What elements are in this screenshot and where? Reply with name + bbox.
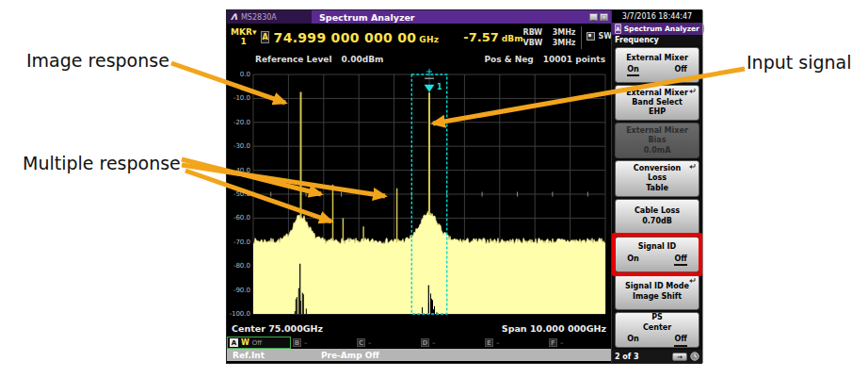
- on-option[interactable]: On: [627, 335, 639, 346]
- trace-tab-d[interactable]: D–: [419, 337, 483, 349]
- menu-jump-icon[interactable]: [702, 25, 704, 33]
- center-frequency: Center 75.000GHz: [232, 323, 323, 334]
- trace-state: Off: [252, 339, 262, 347]
- on-off-toggle: OnOff: [627, 255, 686, 266]
- trace-state: –: [432, 339, 436, 347]
- trace-letter: A: [230, 338, 238, 347]
- trace-letter: D: [421, 338, 429, 347]
- y-axis-label: -10.0: [227, 94, 250, 102]
- softkey-sidebar: 3/7/2016 18:44:47 A Spectrum Analyzer Fr…: [611, 10, 703, 363]
- menu-pager: 2 of 3 →: [612, 350, 702, 363]
- chevron-down-icon: ▾: [252, 27, 257, 37]
- trace-tab-b[interactable]: B–: [291, 337, 355, 349]
- function-header: A Spectrum Analyzer: [612, 23, 702, 35]
- on-option[interactable]: On: [627, 65, 639, 76]
- page-next-icon[interactable]: →: [672, 353, 687, 361]
- trace-tabs: AWOffB–C–D–E–F–: [227, 337, 611, 349]
- trace-state: –: [304, 339, 308, 347]
- off-option[interactable]: Off: [674, 255, 686, 266]
- marker-number: 1: [241, 38, 247, 47]
- y-axis-label: -60.0: [227, 214, 250, 222]
- y-axis-label: 0.0: [227, 71, 250, 78]
- on-off-toggle: OnOff: [627, 335, 686, 346]
- softkey-ps-center[interactable]: PSCenterOnOff: [615, 312, 699, 348]
- marker-triangle-icon: [425, 85, 435, 92]
- softkey-external-mixer-bias: External MixerBias0.0mA: [615, 123, 699, 158]
- trace-tab-f[interactable]: F–: [547, 337, 611, 349]
- function-title: Spectrum Analyzer: [624, 25, 699, 33]
- marker-level: -7.57dBm: [463, 30, 522, 44]
- y-axis-label: -30.0: [227, 142, 250, 150]
- bandwidth-block: RBW3MHz VBW3MHz: [523, 28, 576, 47]
- marker-frequency: 74.999 000 000 00GHz: [274, 30, 440, 45]
- y-axis-label: -100.0: [227, 310, 250, 318]
- window-title: Spectrum Analyzer: [312, 10, 587, 24]
- trace-letter: C: [357, 338, 365, 347]
- softkey-signal-id-mode[interactable]: Signal ID ModeImage Shift: [615, 274, 699, 310]
- softkey-cable-loss[interactable]: Cable Loss0.70dB: [615, 199, 699, 235]
- span-value: Span 10.000 000GHz: [502, 323, 606, 334]
- off-option[interactable]: Off: [674, 65, 686, 76]
- annotation-multiple-response: Multiple response: [23, 153, 181, 173]
- vendor-logo: Λ MS2830A: [227, 10, 312, 24]
- minimize-icon[interactable]: _: [589, 13, 598, 21]
- reference-level-value: 0.00dBm: [341, 55, 383, 64]
- screenshot-stage: Image response Multiple response Input s…: [0, 0, 868, 378]
- y-axis-label: -20.0: [227, 119, 250, 126]
- reference-source: Ref.Int: [233, 351, 265, 360]
- trace-mode: W: [241, 338, 249, 347]
- off-option[interactable]: Off: [674, 335, 686, 346]
- on-option[interactable]: On: [627, 255, 639, 266]
- submenu-arrow-icon: [688, 88, 696, 95]
- model-label: MS2830A: [241, 13, 277, 22]
- softkey-signal-id[interactable]: Signal IDOnOff: [615, 237, 699, 272]
- preamp-status: Pre-Amp Off: [321, 351, 379, 360]
- y-axis-label: -90.0: [227, 287, 250, 294]
- trace-tab-e[interactable]: E–: [483, 337, 547, 349]
- maximize-icon[interactable]: □: [600, 13, 608, 21]
- trace-badge: A: [261, 31, 268, 43]
- trace-tab-c[interactable]: C–: [355, 337, 419, 349]
- submenu-arrow-icon: [688, 277, 696, 285]
- reference-level-label: Reference Level: [255, 55, 331, 64]
- softkey-conversion-loss-table[interactable]: ConversionLossTable: [615, 160, 699, 196]
- spectrum-analyzer-window: Λ MS2830A Spectrum Analyzer _ □ MKR▾ 1 A…: [226, 9, 702, 364]
- detection-mode: Pos & Neg: [484, 55, 533, 64]
- divider: [581, 26, 582, 49]
- y-axis-label: -40.0: [227, 167, 250, 174]
- trace-letter: B: [293, 338, 301, 347]
- marker-selector[interactable]: MKR▾ 1: [231, 28, 256, 47]
- trace-letter: F: [549, 338, 557, 347]
- trace-letter: E: [485, 338, 493, 347]
- marker-label: 1: [437, 83, 442, 91]
- center-span-row: Center 75.000GHz Span 10.000 000GHz: [227, 320, 611, 337]
- info-row: Reference Level0.00dBm Pos & Neg10001 po…: [227, 51, 611, 67]
- softkey-external-mixer-band-select[interactable]: External MixerBand SelectEHP: [615, 85, 699, 121]
- status-bar: Ref.Int Pre-Amp Off: [227, 349, 611, 361]
- y-axis-label: -50.0: [227, 190, 250, 198]
- trace-points: 10001 points: [543, 55, 605, 64]
- on-off-toggle: OnOff: [627, 65, 686, 76]
- main-display: Λ MS2830A Spectrum Analyzer _ □ MKR▾ 1 A…: [227, 10, 611, 363]
- y-axis-label: -70.0: [227, 238, 250, 246]
- trace-noise-fill: [253, 211, 605, 314]
- annotation-input-signal: Input signal: [747, 52, 851, 73]
- submenu-arrow-icon: [688, 163, 696, 171]
- trace-state: –: [560, 339, 564, 347]
- anritsu-logo-icon: Λ: [231, 12, 237, 22]
- y-axis-label: -80.0: [227, 262, 250, 270]
- softkey-list: External MixerOnOffExternal MixerBand Se…: [612, 45, 702, 350]
- sweep-icon: [587, 32, 595, 41]
- trace-plot: 1: [253, 74, 605, 314]
- page-indicator: 2 of 3: [615, 353, 669, 361]
- menu-section-label: Frequency: [612, 35, 702, 45]
- annotation-image-response: Image response: [26, 50, 169, 71]
- trace-tab-a[interactable]: AWOff: [227, 337, 291, 349]
- clock-icon: [690, 352, 699, 361]
- trace-state: –: [496, 339, 500, 347]
- datetime: 3/7/2016 18:44:47: [612, 10, 702, 23]
- app-icon: A: [615, 24, 621, 34]
- title-bar: Λ MS2830A Spectrum Analyzer _ □: [227, 10, 611, 24]
- spectrum-chart: 1 0.0-10.0-20.0-30.0-40.0-50.0-60.0-70.0…: [227, 67, 611, 320]
- softkey-external-mixer[interactable]: External MixerOnOff: [615, 47, 699, 83]
